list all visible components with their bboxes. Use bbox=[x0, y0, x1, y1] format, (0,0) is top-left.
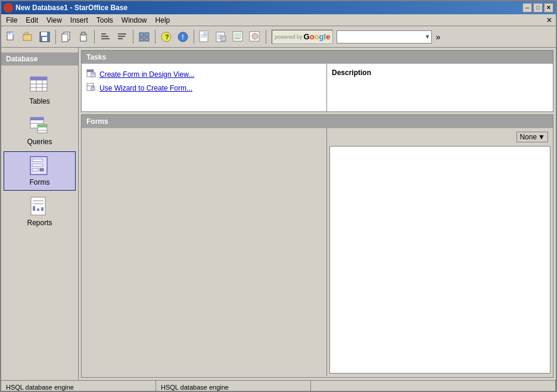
svg-rect-10 bbox=[62, 34, 68, 42]
google-logo-g: G bbox=[304, 32, 310, 41]
separator-1 bbox=[55, 30, 56, 44]
separator-3 bbox=[133, 30, 133, 44]
svg-rect-19 bbox=[139, 33, 144, 36]
close-x-button[interactable]: ✕ bbox=[544, 16, 555, 24]
svg-rect-55 bbox=[32, 164, 43, 166]
status-cell-3 bbox=[311, 381, 556, 392]
forms-icon bbox=[29, 155, 51, 177]
sidebar-item-reports[interactable]: Reports bbox=[4, 192, 76, 231]
menubar: File Edit View Insert Tools Window Help … bbox=[1, 14, 556, 26]
menu-window[interactable]: Window bbox=[118, 15, 151, 26]
forms-list bbox=[82, 128, 326, 376]
task-wizard-form[interactable]: Use Wizard to Create Form... bbox=[86, 82, 322, 94]
svg-rect-70 bbox=[91, 87, 95, 90]
svg-rect-63 bbox=[41, 207, 43, 211]
separator-6 bbox=[266, 30, 266, 44]
task-form-design-icon bbox=[86, 69, 96, 80]
svg-rect-42 bbox=[30, 77, 47, 80]
minimize-button[interactable]: ─ bbox=[522, 3, 532, 13]
extra-button[interactable]: ! bbox=[175, 29, 191, 45]
separator-4 bbox=[155, 30, 155, 44]
google-dropdown-arrow[interactable]: ▼ bbox=[424, 33, 430, 40]
menu-view[interactable]: View bbox=[43, 15, 66, 26]
task-create-form[interactable]: Create Form in Design View... bbox=[86, 69, 322, 80]
task-create-form-label: Create Form in Design View... bbox=[99, 70, 194, 79]
tasks-header: Tasks bbox=[82, 51, 553, 64]
toolbar-expand-button[interactable]: » bbox=[433, 29, 443, 45]
doc-btn-1[interactable] bbox=[197, 29, 213, 45]
menu-file[interactable]: File bbox=[2, 15, 21, 26]
powered-by-google-bar: powered by Google bbox=[272, 30, 333, 44]
task-wizard-icon bbox=[86, 82, 96, 94]
google-search-bar[interactable]: ▼ bbox=[337, 30, 432, 43]
save-button[interactable] bbox=[37, 29, 52, 45]
queries-icon bbox=[29, 115, 51, 136]
menu-tools[interactable]: Tools bbox=[93, 15, 117, 26]
sort-desc-button[interactable] bbox=[114, 29, 130, 45]
svg-rect-35 bbox=[221, 36, 226, 41]
menu-help[interactable]: Help bbox=[152, 15, 174, 26]
queries-label: Queries bbox=[27, 138, 52, 146]
forms-label: Forms bbox=[30, 178, 50, 186]
reports-icon bbox=[29, 196, 51, 217]
svg-rect-4 bbox=[23, 35, 32, 41]
close-button[interactable]: ✕ bbox=[544, 3, 553, 13]
menu-insert[interactable]: Insert bbox=[67, 15, 92, 26]
status-cell-2: HSQL database engine bbox=[156, 381, 311, 392]
svg-marker-5 bbox=[23, 32, 28, 35]
svg-rect-66 bbox=[91, 73, 95, 77]
svg-rect-21 bbox=[139, 38, 144, 41]
tables-label: Tables bbox=[29, 97, 50, 105]
svg-rect-8 bbox=[42, 37, 47, 41]
svg-rect-22 bbox=[145, 38, 149, 41]
forms-none-row: None ▼ bbox=[329, 130, 550, 144]
svg-rect-12 bbox=[82, 32, 85, 35]
svg-rect-54 bbox=[32, 159, 43, 161]
new-button[interactable] bbox=[4, 29, 19, 45]
powered-by-label: powered by bbox=[275, 34, 303, 40]
app-icon bbox=[4, 3, 13, 13]
titlebar-title: New Database1 - StarOffice Base bbox=[15, 4, 127, 12]
sort-asc-button[interactable] bbox=[98, 29, 113, 45]
menu-edit[interactable]: Edit bbox=[22, 15, 42, 26]
status-cell-1: HSQL database engine bbox=[1, 381, 156, 392]
doc-btn-2[interactable] bbox=[214, 29, 229, 45]
maximize-button[interactable]: □ bbox=[533, 3, 543, 13]
forms-body: None ▼ bbox=[82, 128, 553, 376]
window-controls: ─ □ ✕ bbox=[522, 3, 553, 13]
forms-none-button[interactable]: None ▼ bbox=[516, 132, 548, 142]
doc-btn-4[interactable] bbox=[247, 29, 263, 45]
task-wizard-form-label: Use Wizard to Create Form... bbox=[99, 84, 192, 92]
view-toggle-button[interactable] bbox=[136, 29, 152, 45]
forms-section: Forms None ▼ bbox=[81, 114, 553, 378]
sidebar-item-tables[interactable]: Tables bbox=[4, 70, 76, 110]
help-button[interactable]: ? bbox=[158, 29, 174, 45]
sidebar: Database Tables bbox=[1, 48, 79, 380]
copy-button[interactable] bbox=[59, 29, 74, 45]
svg-text:!: ! bbox=[182, 33, 184, 41]
svg-rect-62 bbox=[37, 209, 39, 211]
open-button[interactable] bbox=[20, 29, 36, 45]
svg-rect-56 bbox=[32, 169, 38, 171]
sidebar-item-queries[interactable]: Queries bbox=[4, 111, 76, 150]
google-search-input[interactable] bbox=[340, 33, 422, 41]
svg-rect-57 bbox=[40, 169, 43, 171]
forms-none-arrow: ▼ bbox=[538, 133, 545, 141]
forms-header: Forms bbox=[82, 115, 553, 128]
titlebar-left: New Database1 - StarOffice Base bbox=[4, 3, 127, 13]
tasks-body: Create Form in Design View... Use Wizard… bbox=[82, 64, 553, 111]
svg-point-40 bbox=[252, 33, 258, 39]
sidebar-item-forms[interactable]: Forms bbox=[4, 151, 76, 191]
titlebar: New Database1 - StarOffice Base ─ □ ✕ bbox=[1, 1, 556, 14]
paste-button[interactable] bbox=[76, 29, 91, 45]
sidebar-header: Database bbox=[1, 52, 78, 66]
forms-preview-box bbox=[329, 146, 550, 374]
svg-rect-65 bbox=[87, 70, 94, 72]
svg-text:?: ? bbox=[165, 33, 169, 41]
svg-rect-20 bbox=[145, 33, 149, 36]
doc-btn-3[interactable] bbox=[231, 29, 246, 45]
main-area: Database Tables bbox=[1, 48, 556, 380]
tables-icon bbox=[29, 74, 51, 96]
toolbar: ? ! powered by Google ▼ » bbox=[1, 26, 556, 48]
forms-preview-panel: None ▼ bbox=[326, 128, 553, 376]
